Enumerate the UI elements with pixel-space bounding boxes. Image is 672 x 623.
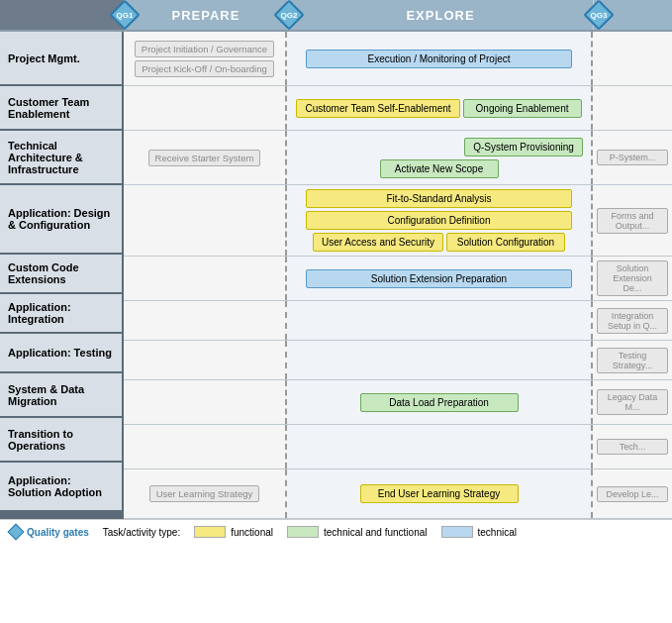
- task-tech[interactable]: Tech...: [597, 439, 668, 455]
- task-execution-monitoring[interactable]: Execution / Monitoring of Project: [306, 50, 572, 68]
- run-appdesign: Forms and Output...: [593, 185, 672, 256]
- legend-functional: functional: [194, 526, 273, 538]
- row-label-adoption: Application: Solution Adoption: [0, 463, 124, 512]
- header-label-col: [0, 0, 124, 30]
- qgate-legend-label: Quality gates: [27, 527, 89, 538]
- qgate-legend: Quality gates: [10, 526, 89, 538]
- header-row: PREPARE EXPLORE QG1 QG2 QG3: [0, 0, 672, 30]
- row-transition: Tech...: [124, 425, 672, 469]
- row-label-technical-arch: Technical Architecture & Infrastructure: [0, 131, 124, 185]
- run-testing: Testing Strategy...: [593, 341, 672, 379]
- content-area: Project Initiation / Governance Project …: [124, 32, 672, 519]
- run-transition: Tech...: [593, 425, 672, 468]
- run-project: [593, 32, 672, 85]
- row-label-custom-code: Custom Code Extensions: [0, 255, 124, 294]
- explore-testing: [287, 341, 593, 379]
- row-project-mgmt: Project Initiation / Governance Project …: [124, 32, 672, 86]
- appdesign-row3: User Access and Security Solution Config…: [313, 233, 565, 252]
- task-user-access-security[interactable]: User Access and Security: [313, 233, 443, 252]
- task-end-user-learning[interactable]: End User Learning Strategy: [360, 484, 519, 503]
- row-label-customer-team: Customer Team Enablement: [0, 86, 124, 131]
- legend-row: Quality gates Task/activity type: functi…: [0, 519, 672, 544]
- row-label-transition: Transition to Operations: [0, 418, 124, 463]
- row-app-design: Fit-to-Standard Analysis Configuration D…: [124, 185, 672, 257]
- legend-task-type: Task/activity type:: [103, 527, 180, 538]
- task-solution-extension-prep[interactable]: Solution Extension Preparation: [306, 269, 572, 288]
- label-column: Project Mgmt. Customer Team Enablement T…: [0, 32, 124, 519]
- task-ongoing-enablement[interactable]: Ongoing Enablement: [463, 99, 582, 118]
- legend-tech-functional-label: technical and functional: [324, 527, 428, 538]
- qgate-legend-icon: [8, 524, 25, 541]
- task-q-system-provisioning[interactable]: Q-System Provisioning: [464, 138, 583, 156]
- row-label-testing: Application: Testing: [0, 334, 124, 373]
- task-config-definition[interactable]: Configuration Definition: [306, 211, 572, 230]
- row-label-integration: Application: Integration: [0, 294, 124, 334]
- legend-tech-functional-swatch: [287, 526, 319, 538]
- task-solution-extension-dev[interactable]: Solution Extension De...: [597, 260, 668, 296]
- main-body: Project Mgmt. Customer Team Enablement T…: [0, 30, 672, 519]
- prepare-transition: [124, 425, 287, 468]
- explore-transition: [287, 425, 593, 468]
- task-p-system[interactable]: P-System...: [597, 150, 668, 165]
- task-forms-output[interactable]: Forms and Output...: [597, 208, 668, 234]
- phase-explore-header: EXPLORE: [287, 0, 593, 30]
- explore-migration: Data Load Preparation: [287, 380, 593, 424]
- explore-label: EXPLORE: [406, 8, 474, 23]
- legend-technical-swatch: [441, 526, 473, 538]
- task-integration-setup[interactable]: Integration Setup in Q...: [597, 308, 668, 334]
- task-data-load-prep[interactable]: Data Load Preparation: [360, 393, 519, 412]
- explore-customcode: Solution Extension Preparation: [287, 257, 593, 300]
- row-customer-team: Customer Team Self-Enablement Ongoing En…: [124, 86, 672, 131]
- row-migration: Data Load Preparation Legacy Data M...: [124, 380, 672, 425]
- prepare-customer: [124, 86, 287, 130]
- legend-functional-swatch: [194, 526, 226, 538]
- prepare-customcode: [124, 257, 287, 300]
- task-customer-self-enablement[interactable]: Customer Team Self-Enablement: [296, 99, 459, 118]
- task-develop-learning[interactable]: Develop Le...: [597, 486, 668, 502]
- explore-technical: Q-System Provisioning Activate New Scope: [287, 131, 593, 184]
- task-fit-to-standard[interactable]: Fit-to-Standard Analysis: [306, 189, 572, 208]
- task-receive-starter[interactable]: Receive Starter System: [148, 150, 261, 166]
- phase-prepare-header: PREPARE: [124, 0, 287, 30]
- main-container: PREPARE EXPLORE QG1 QG2 QG3 Project Mgmt…: [0, 0, 672, 544]
- row-integration: Integration Setup in Q...: [124, 301, 672, 341]
- run-technical: P-System...: [593, 131, 672, 184]
- explore-integration: [287, 301, 593, 340]
- prepare-label: PREPARE: [172, 8, 240, 23]
- task-project-initiation[interactable]: Project Initiation / Governance: [135, 41, 274, 57]
- legend-tech-functional: technical and functional: [287, 526, 428, 538]
- prepare-migration: [124, 380, 287, 424]
- run-integration: Integration Setup in Q...: [593, 301, 672, 340]
- run-adoption: Develop Le...: [593, 469, 672, 518]
- row-label-app-design: Application: Design & Configuration: [0, 185, 124, 255]
- row-label-project-mgmt: Project Mgmt.: [0, 32, 124, 86]
- explore-project: Execution / Monitoring of Project: [287, 32, 593, 85]
- explore-appdesign: Fit-to-Standard Analysis Configuration D…: [287, 185, 593, 256]
- row-technical-arch: Receive Starter System Q-System Provisio…: [124, 131, 672, 185]
- prepare-integration: [124, 301, 287, 340]
- legend-functional-label: functional: [231, 527, 273, 538]
- task-activate-new-scope[interactable]: Activate New Scope: [380, 159, 499, 178]
- row-testing: Testing Strategy...: [124, 341, 672, 380]
- explore-customer: Customer Team Self-Enablement Ongoing En…: [287, 86, 593, 130]
- prepare-project: Project Initiation / Governance Project …: [124, 32, 287, 85]
- legend-technical: technical: [441, 526, 517, 538]
- run-customcode: Solution Extension De...: [593, 257, 672, 300]
- task-testing-strategy[interactable]: Testing Strategy...: [597, 348, 668, 373]
- task-user-learning-strategy[interactable]: User Learning Strategy: [149, 485, 260, 502]
- legend-technical-label: technical: [478, 527, 517, 538]
- task-solution-configuration[interactable]: Solution Configuration: [446, 233, 565, 252]
- task-legacy-data[interactable]: Legacy Data M...: [597, 389, 668, 415]
- row-label-migration: System & Data Migration: [0, 373, 124, 418]
- prepare-appdesign: [124, 185, 287, 256]
- task-project-kickoff[interactable]: Project Kick-Off / On-boarding: [135, 60, 274, 77]
- qgate-3-label: QG3: [591, 11, 608, 20]
- run-migration: Legacy Data M...: [593, 380, 672, 424]
- prepare-testing: [124, 341, 287, 379]
- qgate-1-label: QG1: [117, 11, 134, 20]
- row-adoption: User Learning Strategy End User Learning…: [124, 469, 672, 519]
- customer-tasks: Customer Team Self-Enablement Ongoing En…: [296, 99, 581, 118]
- row-custom-code: Solution Extension Preparation Solution …: [124, 257, 672, 301]
- qgate-2-label: QG2: [281, 11, 298, 20]
- legend-task-type-label: Task/activity type:: [103, 527, 180, 538]
